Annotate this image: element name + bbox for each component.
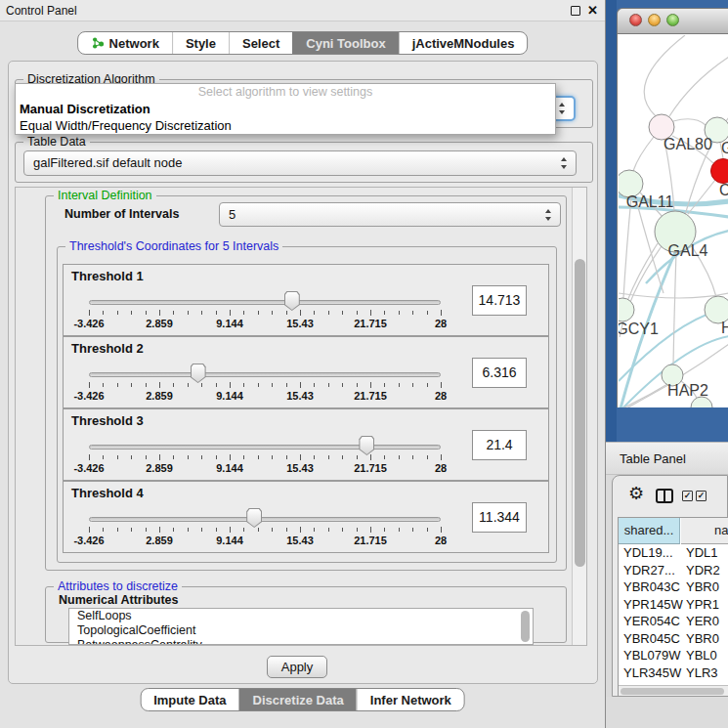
slider-tick (89, 527, 90, 533)
table-row[interactable]: YBL079WYBL0 (619, 647, 728, 664)
tab-impute-data[interactable]: Impute Data (141, 689, 238, 710)
slider-tick-label: -3.426 (60, 390, 118, 402)
network-node-label: GAL4 (668, 242, 708, 259)
horizontal-scrollbar-track[interactable] (619, 685, 728, 696)
slider-tick (201, 528, 202, 532)
tab-jactivemnodules[interactable]: jActiveMNodules (399, 32, 528, 54)
threshold-panel-2: Threshold 2-3.4262.8599.14415.4321.71528… (63, 336, 549, 408)
slider-tick (173, 383, 174, 387)
zoom-window-button[interactable] (666, 14, 679, 26)
cell-name: YDR2 (686, 562, 720, 579)
slider-track[interactable] (89, 300, 441, 305)
slider-tick (357, 528, 358, 532)
slider-tick (258, 383, 259, 387)
checkbox-icon[interactable]: ✓ (682, 491, 693, 501)
gear-icon[interactable]: ⚙ (628, 484, 644, 503)
slider-tick (342, 383, 343, 387)
tab-style[interactable]: Style (172, 32, 229, 54)
attribute-item-betweennesscentrality[interactable]: BetweennessCentrality (69, 638, 533, 645)
vertical-scrollbar-thumb[interactable] (575, 259, 585, 567)
slider-tick (272, 528, 273, 532)
network-node-c[interactable] (711, 159, 728, 184)
slider-tick (272, 311, 273, 315)
attribute-item-topologicalcoefficient[interactable]: TopologicalCoefficient (69, 623, 533, 638)
apply-button[interactable]: Apply (267, 656, 327, 678)
network-node-gcy1[interactable] (619, 298, 634, 321)
table-row[interactable]: YER054CYER0 (619, 613, 728, 630)
number-of-intervals-combobox[interactable]: 5 (219, 202, 561, 227)
slider-tick-label: 9.144 (200, 535, 259, 546)
tab-label: Style (186, 36, 216, 51)
combo-arrows-icon (545, 209, 552, 221)
slider-tick (117, 383, 118, 387)
slider-tick-label: -3.426 (60, 462, 118, 474)
slider-tick (314, 383, 315, 387)
slider-tick (188, 528, 189, 532)
slider-tick-label: 15.43 (271, 390, 329, 402)
attributes-list-scrollbar[interactable] (521, 611, 530, 642)
dropdown-option-manual-discretization[interactable]: Manual Discretization (16, 101, 555, 117)
close-window-button[interactable] (629, 14, 642, 26)
table-row[interactable]: YBR043CYBR0 (619, 578, 728, 596)
threshold-title: Threshold 2 (71, 341, 144, 356)
horizontal-scrollbar-thumb[interactable] (621, 688, 724, 695)
table-row[interactable]: YPR145WYPR1 (619, 596, 728, 614)
slider-tick (146, 528, 147, 532)
cell-name: YLR3 (686, 664, 718, 682)
threshold-title: Threshold 4 (71, 486, 144, 500)
slider-tick (370, 382, 371, 388)
cell-shared-name: YLR345W (623, 664, 681, 682)
network-edge (623, 197, 631, 298)
threshold-value-field[interactable]: 11.344 (472, 502, 527, 533)
slider-tick-label: 15.43 (271, 462, 329, 474)
tab-discretize-data[interactable]: Discretize Data (239, 689, 357, 710)
tab-infer-network[interactable]: Infer Network (357, 689, 464, 710)
slider-tick (357, 311, 358, 315)
slider-tick (286, 455, 287, 459)
threshold-value-field[interactable]: 6.316 (472, 358, 527, 388)
slider-thumb[interactable] (284, 291, 300, 311)
close-icon[interactable]: ✕ (587, 3, 598, 18)
tab-select[interactable]: Select (229, 32, 292, 54)
slider-thumb[interactable] (191, 364, 206, 383)
tab-label: Network (109, 36, 159, 51)
cell-shared-name: YBR045C (623, 630, 680, 648)
float-window-icon[interactable] (571, 6, 580, 16)
slider-tick (188, 311, 189, 315)
network-node-label: C (719, 182, 728, 198)
network-node-label: GA (721, 140, 728, 156)
slider-track[interactable] (89, 517, 441, 522)
vertical-scrollbar-track[interactable] (572, 188, 586, 645)
attribute-item-selfloops[interactable]: SelfLoops (69, 609, 533, 623)
checkbox-icon[interactable]: ✓ (696, 491, 707, 501)
column-header-name[interactable]: na (681, 518, 728, 544)
slider-tick (286, 383, 287, 387)
slider-tick (300, 382, 301, 388)
slider-tick (230, 527, 231, 533)
threshold-value-field[interactable]: 14.713 (472, 285, 527, 316)
slider-tick-label: 28 (411, 462, 470, 474)
minimize-window-button[interactable] (648, 14, 661, 26)
table-row[interactable]: YDR27...YDR2 (619, 562, 728, 579)
slider-tick-label: 9.144 (200, 390, 259, 402)
network-node-label: GAL11 (626, 193, 674, 210)
slider-tick (412, 383, 413, 387)
table-row[interactable]: YDL19...YDL1 (619, 544, 728, 562)
dropdown-option-equal-width-frequency-discretization[interactable]: Equal Width/Frequency Discretization (16, 117, 555, 134)
table-data-combobox[interactable]: galFiltered.sif default node (23, 150, 577, 176)
tab-network[interactable]: Network (78, 32, 172, 54)
slider-tick (370, 527, 371, 533)
threshold-value-field[interactable]: 21.4 (472, 430, 527, 460)
slider-track[interactable] (89, 445, 441, 450)
network-view-canvas[interactable]: GAL80GACGAL11GAL4GCY1HHAP2 (617, 34, 728, 407)
slider-thumb[interactable] (246, 508, 262, 528)
columns-icon[interactable] (656, 489, 673, 503)
table-row[interactable]: YLR345WYLR3 (619, 664, 728, 682)
node-attribute-table: shared... na YDL19...YDL1YDR27...YDR2YBR… (618, 517, 728, 697)
column-header-shared-name[interactable]: shared... (619, 518, 680, 544)
slider-thumb[interactable] (359, 436, 374, 455)
slider-track[interactable] (89, 372, 441, 377)
tab-cyni-toolbox[interactable]: Cyni Toolbox (292, 32, 398, 54)
slider-tick (314, 311, 315, 315)
table-row[interactable]: YBR045CYBR0 (619, 630, 728, 648)
